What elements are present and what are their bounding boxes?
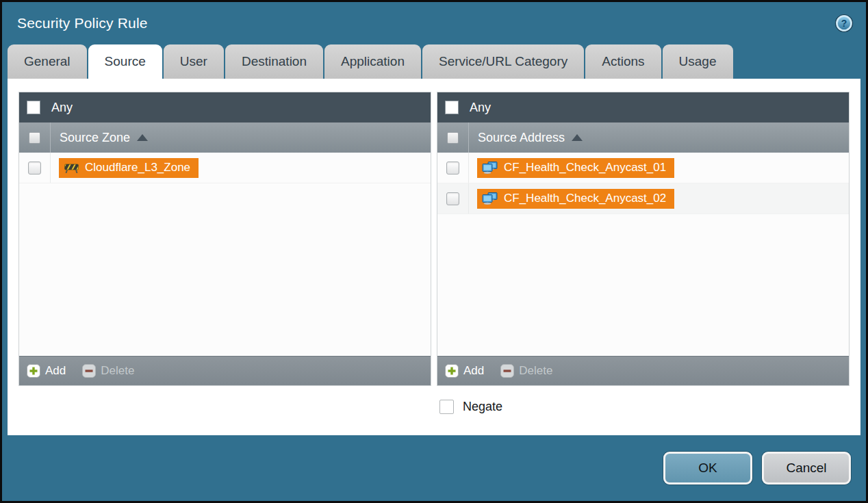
source-address-column-header[interactable]: Source Address xyxy=(437,122,849,153)
tab-application[interactable]: Application xyxy=(324,44,421,79)
source-zone-toolbar: Add Delete xyxy=(19,356,431,385)
title-bar: Security Policy Rule ? xyxy=(2,2,866,44)
plus-icon xyxy=(27,364,40,378)
delete-button[interactable]: Delete xyxy=(82,364,134,378)
plus-icon xyxy=(445,364,459,378)
tab-service-url-category[interactable]: Service/URL Category xyxy=(422,44,584,79)
negate-checkbox[interactable] xyxy=(439,400,454,414)
row-checkbox-cell xyxy=(19,153,51,183)
minus-icon xyxy=(500,364,514,378)
zone-object-label: Cloudflare_L3_Zone xyxy=(85,161,190,175)
source-zone-any-checkbox[interactable] xyxy=(27,101,40,114)
tab-source[interactable]: Source xyxy=(88,44,162,79)
tab-content-source: Any Source Zone xyxy=(8,79,860,435)
source-address-panel: Any Source Address xyxy=(437,92,850,386)
sort-ascending-icon xyxy=(572,134,583,141)
minus-icon xyxy=(82,364,96,378)
tab-general[interactable]: General xyxy=(8,44,87,79)
help-icon[interactable]: ? xyxy=(834,14,854,33)
delete-button[interactable]: Delete xyxy=(500,364,552,378)
address-icon xyxy=(482,162,498,174)
delete-button-label: Delete xyxy=(519,364,552,378)
source-zone-panel: Any Source Zone xyxy=(18,92,431,386)
source-address-column-label: Source Address xyxy=(478,131,565,145)
add-button-label: Add xyxy=(463,364,484,378)
tab-usage[interactable]: Usage xyxy=(663,44,733,79)
source-address-any-row: Any xyxy=(437,92,849,122)
address-icon xyxy=(482,192,498,205)
address-object-chip[interactable]: CF_Health_Check_Anycast_02 xyxy=(477,189,674,209)
row-checkbox[interactable] xyxy=(446,192,459,205)
security-policy-rule-dialog: Security Policy Rule ? General Source Us… xyxy=(0,0,868,503)
table-row[interactable]: CF_Health_Check_Anycast_01 xyxy=(437,153,849,183)
table-row[interactable]: Cloudflare_L3_Zone xyxy=(19,153,431,183)
row-checkbox-cell xyxy=(437,153,469,183)
negate-row: Negate xyxy=(18,400,850,414)
svg-text:?: ? xyxy=(841,18,847,29)
source-address-select-all-checkbox[interactable] xyxy=(447,132,459,144)
cancel-button[interactable]: Cancel xyxy=(762,452,851,485)
zone-icon xyxy=(64,162,79,173)
row-checkbox[interactable] xyxy=(446,162,459,175)
source-zone-list: Cloudflare_L3_Zone xyxy=(19,153,431,356)
address-object-chip[interactable]: CF_Health_Check_Anycast_01 xyxy=(477,158,674,178)
tab-actions[interactable]: Actions xyxy=(585,44,661,79)
row-checkbox[interactable] xyxy=(28,162,41,175)
source-zone-any-label: Any xyxy=(51,101,73,115)
table-row[interactable]: CF_Health_Check_Anycast_02 xyxy=(437,183,849,214)
source-panels: Any Source Zone xyxy=(18,92,850,386)
tab-destination[interactable]: Destination xyxy=(225,44,323,79)
ok-button[interactable]: OK xyxy=(663,452,752,485)
row-checkbox-cell xyxy=(437,183,469,214)
select-all-cell xyxy=(437,122,469,153)
tab-user[interactable]: User xyxy=(164,44,224,79)
source-address-any-label: Any xyxy=(470,101,491,115)
select-all-cell xyxy=(19,122,51,153)
source-address-list: CF_Health_Check_Anycast_01 xyxy=(437,153,849,356)
sort-ascending-icon xyxy=(137,134,148,141)
negate-label: Negate xyxy=(463,400,502,414)
source-zone-column-label: Source Zone xyxy=(60,131,130,145)
source-zone-column-header[interactable]: Source Zone xyxy=(19,122,431,153)
zone-object-chip[interactable]: Cloudflare_L3_Zone xyxy=(59,158,199,178)
add-button[interactable]: Add xyxy=(445,364,484,378)
dialog-title: Security Policy Rule xyxy=(17,15,148,31)
add-button-label: Add xyxy=(45,364,66,378)
source-address-toolbar: Add Delete xyxy=(437,356,849,385)
tab-bar: General Source User Destination Applicat… xyxy=(2,44,866,79)
dialog-footer: OK Cancel xyxy=(2,435,866,501)
add-button[interactable]: Add xyxy=(27,364,66,378)
address-object-label: CF_Health_Check_Anycast_01 xyxy=(504,161,666,175)
delete-button-label: Delete xyxy=(101,364,134,378)
source-address-any-checkbox[interactable] xyxy=(445,101,459,114)
source-zone-any-row: Any xyxy=(19,92,431,122)
source-zone-select-all-checkbox[interactable] xyxy=(29,132,40,144)
address-object-label: CF_Health_Check_Anycast_02 xyxy=(504,192,666,205)
